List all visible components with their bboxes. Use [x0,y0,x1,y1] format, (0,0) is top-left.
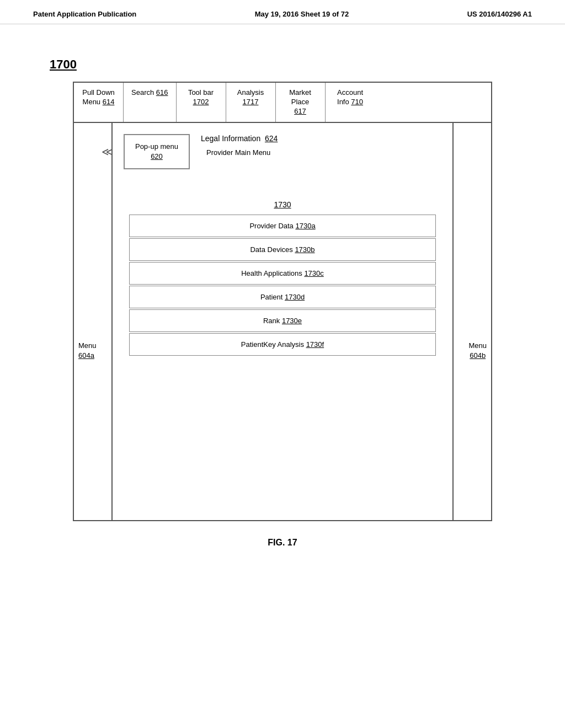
menu-item-1[interactable]: Data Devices 1730b [129,238,436,261]
diagram-id: 1700 [50,57,521,72]
nav-item-2[interactable]: Tool bar1702 [177,83,226,122]
middle-content: ≪ Pop-up menu 620 Legal Information 624 … [113,123,452,520]
popup-ref: 620 [130,152,183,162]
provider-menu-id: 1730 [129,200,436,209]
popup-box: ≪ Pop-up menu 620 [124,134,190,169]
header-left: Patent Application Publication [33,10,136,18]
content-area: Menu 604a ≪ Pop-up menu 620 Legal Inform… [74,123,491,520]
provider-main-label: Provider Main Menu [206,148,452,157]
page-header: Patent Application Publication May 19, 2… [0,0,565,24]
nav-item-0[interactable]: Pull DownMenu 614 [74,83,124,122]
nav-item-3[interactable]: Analysis1717 [226,83,276,122]
menu-items-container: Provider Data 1730aData Devices 1730bHea… [129,215,436,356]
nav-item-1[interactable]: Search 616 [124,83,177,122]
left-menu-label: Menu [78,341,97,351]
menu-label-right: Menu 604b [468,341,487,361]
left-menu-ref: 604a [78,351,97,361]
popup-label: Pop-up menu [130,142,183,152]
menu-item-3[interactable]: Patient 1730d [129,286,436,308]
diagram-area: 1700 Pull DownMenu 614Search 616Tool bar… [0,24,565,570]
right-sidebar: Menu 604b [452,123,491,520]
right-menu-label: Menu [468,341,487,351]
left-sidebar: Menu 604a [74,123,113,520]
back-arrow-icon: ≪ [102,144,113,159]
header-right: US 2016/140296 A1 [467,10,532,18]
menu-item-4[interactable]: Rank 1730e [129,309,436,332]
menu-label-left: Menu 604a [78,341,97,361]
nav-item-5[interactable]: AccountInfo 710 [326,83,375,122]
legal-section: Legal Information 624 Provider Main Menu [201,134,452,157]
menu-item-2[interactable]: Health Applications 1730c [129,262,436,285]
provider-menu-section: 1730 Provider Data 1730aData Devices 173… [129,200,436,356]
menu-item-5[interactable]: PatientKey Analysis 1730f [129,333,436,356]
figure-caption: FIG. 17 [44,538,521,548]
header-middle: May 19, 2016 Sheet 19 of 72 [255,10,349,18]
nav-item-4[interactable]: MarketPlace617 [276,83,326,122]
legal-info-title: Legal Information 624 [201,134,452,143]
outer-box: Pull DownMenu 614Search 616Tool bar1702A… [73,82,492,521]
nav-bar: Pull DownMenu 614Search 616Tool bar1702A… [74,83,491,123]
right-menu-ref: 604b [468,351,487,361]
menu-item-0[interactable]: Provider Data 1730a [129,215,436,237]
